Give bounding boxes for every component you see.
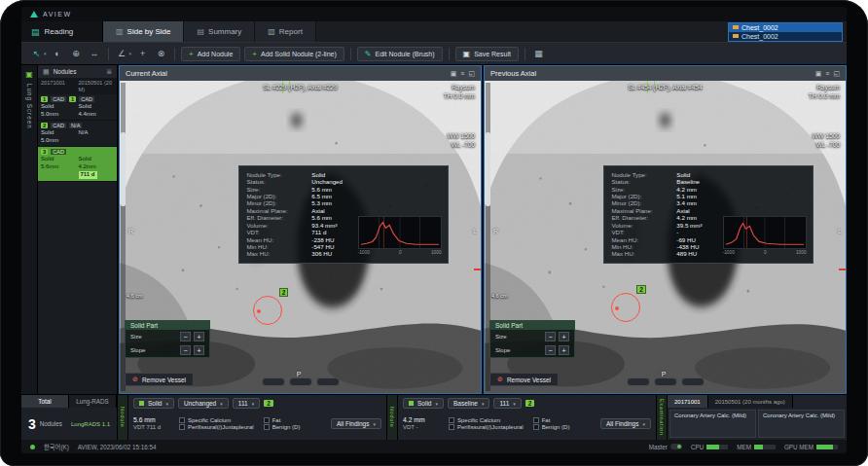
nodule-status-dropdown[interactable]: Baseline ▾ bbox=[448, 398, 489, 409]
checkbox-benign[interactable]: Benign (D) bbox=[264, 424, 301, 430]
checkbox-benign[interactable]: Benign (D) bbox=[533, 424, 570, 430]
size-plus-button[interactable]: + bbox=[559, 332, 569, 341]
tab-summary[interactable]: ▤ Summary bbox=[184, 21, 255, 42]
exam-finding[interactable]: Coronary Artery Calc. (Mild) bbox=[758, 410, 845, 438]
patient-previous[interactable]: Chest_0002 bbox=[729, 32, 842, 41]
layout-icon[interactable]: ▦ bbox=[531, 46, 546, 61]
exam-finding[interactable]: Coronary Artery Calc. (Mild) bbox=[669, 410, 756, 438]
scrollbar-thumb[interactable] bbox=[486, 132, 490, 206]
viewer-header[interactable]: Previous Axial ▣ ≡ ◱ bbox=[485, 66, 846, 81]
preset-chip-group bbox=[627, 377, 705, 386]
nodule-panel-tab[interactable]: Nodule bbox=[387, 395, 398, 440]
ct-image-previous[interactable]: SL #454 (H2F), Axial #454 Raysum TH 0.0 … bbox=[485, 81, 846, 393]
nodule-list-item[interactable]: 2 CAD N/A Solid5.0mm N/A bbox=[38, 121, 117, 147]
nodule-type-dropdown[interactable]: Solid ▾ bbox=[403, 398, 444, 409]
slope-minus-button[interactable]: − bbox=[545, 345, 556, 355]
reading-menu[interactable]: ▤ Reading bbox=[21, 21, 103, 42]
all-findings-dropdown[interactable]: All Findings ▾ bbox=[331, 418, 381, 429]
toggle-icon bbox=[670, 444, 682, 449]
checkbox-fat[interactable]: Fat bbox=[264, 417, 301, 423]
viewer-header[interactable]: Current Axial ▣ ≡ ◱ bbox=[120, 66, 481, 81]
checkbox-perifissural[interactable]: Perifissural(/)Juxtapleural bbox=[449, 424, 524, 430]
edit-nodule-button[interactable]: ✎ Edit Nodule (Brush) bbox=[357, 47, 443, 61]
nodule-annotation[interactable]: 2 bbox=[611, 293, 640, 322]
preset-chip[interactable] bbox=[316, 377, 340, 386]
preset-chip[interactable] bbox=[262, 377, 285, 386]
examination-panel-tab[interactable]: Examination bbox=[657, 395, 668, 440]
nodule-list-item-selected[interactable]: 3 CAD Solid5.6mm Solid4.2mm711 d bbox=[38, 147, 117, 182]
menu-icon[interactable]: ≡ bbox=[825, 70, 829, 78]
size-minus-button[interactable]: − bbox=[180, 332, 191, 341]
toolbar: ↖ ▾ ◐ ⊕ ↔ ∠ ▾ + ⊗ + Add Nodule + Add Sol… bbox=[21, 42, 847, 65]
slope-plus-button[interactable]: + bbox=[194, 345, 204, 355]
nodule-list-item[interactable]: 1 CAD 1 CAD Solid5.0mm Solid4.4mm bbox=[38, 94, 117, 121]
examination-panel: 20171001 20150501 (20 months ago) Corona… bbox=[668, 395, 847, 440]
nodule-size: 4.2 mm bbox=[403, 416, 442, 424]
remove-vessel-button[interactable]: ⊘ Remove Vessel bbox=[489, 373, 559, 386]
exam-tab-previous[interactable]: 20150501 (20 months ago) bbox=[708, 395, 793, 408]
slope-minus-button[interactable]: − bbox=[180, 345, 191, 355]
patient-current[interactable]: Chest_0002 bbox=[729, 23, 842, 32]
list-icon[interactable]: ≣ bbox=[106, 68, 112, 76]
study-column-headers: 20171001 20150501 (20 M) bbox=[38, 78, 117, 94]
menu-icon[interactable]: ≡ bbox=[460, 70, 464, 78]
orientation-right: R bbox=[493, 228, 498, 234]
expand-icon[interactable]: ◱ bbox=[833, 70, 840, 78]
titlebar: AVIEW bbox=[21, 7, 847, 21]
slope-plus-button[interactable]: + bbox=[559, 345, 569, 355]
preset-chip[interactable] bbox=[654, 377, 677, 386]
orientation-right: R bbox=[128, 228, 133, 234]
capture-icon[interactable]: ▣ bbox=[451, 70, 457, 78]
nodule-code-dropdown[interactable]: 111 ▾ bbox=[493, 398, 521, 409]
scrollbar-thumb[interactable] bbox=[121, 132, 126, 206]
study-folder-icon bbox=[733, 25, 739, 29]
eraser-icon[interactable]: ⊗ bbox=[154, 46, 168, 61]
add-icon: + bbox=[189, 50, 194, 58]
ruler-icon[interactable]: ∠ bbox=[115, 46, 129, 61]
lungrads-score: LungRADS 1.1 bbox=[71, 421, 110, 427]
preset-chip[interactable] bbox=[627, 377, 650, 386]
preset-chip[interactable] bbox=[289, 377, 312, 386]
nodule-marker-badge: 2 bbox=[636, 285, 646, 294]
capture-icon[interactable]: ▣ bbox=[815, 70, 822, 78]
nodule-panel-tab[interactable]: Nodule bbox=[118, 395, 128, 440]
tab-side-by-side[interactable]: ▥ Side by Side bbox=[103, 21, 184, 42]
lung-screen-strip[interactable]: ▣ Lung Screen bbox=[21, 65, 38, 394]
checkbox-specific-calcium[interactable]: Specific Calcium bbox=[449, 417, 524, 423]
tab-report[interactable]: ▧ Report bbox=[255, 21, 316, 42]
add-solid-nodule-button[interactable]: + Add Solid Nodule (2-line) bbox=[244, 47, 344, 61]
window-level-label: WW 1500WL -700 bbox=[812, 131, 840, 149]
checkbox-specific-calcium[interactable]: Specific Calcium bbox=[179, 417, 254, 423]
chevron-down-icon[interactable]: ▾ bbox=[129, 51, 132, 56]
ct-image-current[interactable]: SL #229 (H2F), Axial #229 Raysum TH 0.0 … bbox=[120, 81, 481, 393]
checkbox-fat[interactable]: Fat bbox=[533, 417, 570, 423]
size-plus-button[interactable]: + bbox=[194, 332, 204, 341]
all-findings-dropdown[interactable]: All Findings ▾ bbox=[600, 418, 651, 429]
chevron-down-icon[interactable]: ▾ bbox=[44, 51, 47, 56]
cursor-icon[interactable]: ↖ bbox=[29, 46, 44, 61]
preset-chip[interactable] bbox=[681, 377, 705, 386]
window-level-icon[interactable]: ◐ bbox=[51, 46, 65, 61]
reading-label: Reading bbox=[45, 27, 74, 36]
remove-vessel-button[interactable]: ⊘ Remove Vessel bbox=[125, 373, 194, 386]
tab-total[interactable]: Total bbox=[21, 395, 69, 408]
language-label[interactable]: 한국어(K) bbox=[44, 443, 69, 451]
hu-histogram: -1000 0 1000 bbox=[358, 216, 442, 255]
crosshair-icon[interactable]: + bbox=[135, 46, 150, 61]
patient-selector[interactable]: Chest_0002 Chest_0002 bbox=[728, 22, 843, 42]
summary-panel: Total Lung-RADS 3 Nodules LungRADS 1.1 bbox=[21, 395, 118, 440]
size-minus-button[interactable]: − bbox=[545, 332, 556, 341]
exam-tab-current[interactable]: 20171001 bbox=[668, 395, 708, 408]
checkbox-perifissural[interactable]: Perifissural(/)Juxtapleural bbox=[179, 424, 254, 430]
master-toggle[interactable]: Master bbox=[649, 444, 682, 450]
nodule-type-dropdown[interactable]: Solid ▾ bbox=[133, 398, 174, 409]
add-nodule-button[interactable]: + Add Nodule bbox=[181, 47, 240, 61]
nodule-code-dropdown[interactable]: 111 ▾ bbox=[233, 398, 260, 409]
nodule-number-badge: 1 bbox=[41, 96, 48, 102]
tab-lung-rads[interactable]: Lung-RADS bbox=[69, 395, 117, 408]
pan-icon[interactable]: ↔ bbox=[88, 46, 102, 61]
expand-icon[interactable]: ◱ bbox=[468, 70, 475, 78]
nodule-status-dropdown[interactable]: Unchanged ▾ bbox=[178, 398, 229, 409]
zoom-icon[interactable]: ⊕ bbox=[69, 46, 84, 61]
save-result-button[interactable]: ▣ Save Result bbox=[455, 47, 519, 61]
